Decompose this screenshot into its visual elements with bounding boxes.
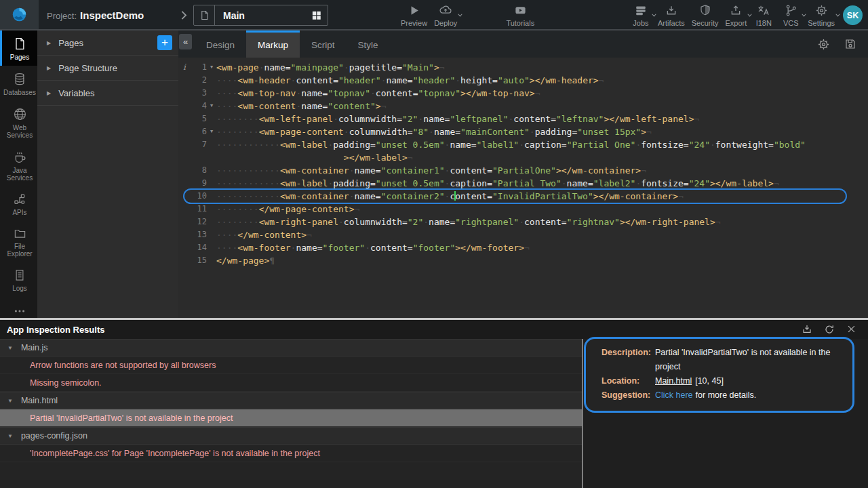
token-attr: name xyxy=(296,243,317,253)
token-tag: ></wm-top-nav> xyxy=(460,88,535,98)
token-attr: columnwidth xyxy=(349,127,408,137)
location-file-link[interactable]: Main.html xyxy=(655,374,692,388)
add-page-button[interactable]: + xyxy=(157,35,172,50)
token-val: "container2" xyxy=(381,191,445,201)
code-text: ····<wm-footer·name="footer"·content="fo… xyxy=(216,241,868,254)
topbar-action-security[interactable]: Security xyxy=(688,3,722,27)
equals-sign: = xyxy=(285,62,291,73)
download-report-icon[interactable] xyxy=(802,324,812,335)
fold-toggle-icon[interactable]: ▼ xyxy=(207,125,216,138)
whitespace-dots: ···· xyxy=(216,101,237,111)
token-val: "topnav" xyxy=(418,88,460,98)
tab-script[interactable]: Script xyxy=(300,30,347,58)
equals-sign: = xyxy=(588,178,593,188)
line-number: 3 xyxy=(191,87,207,100)
gutter-info-col xyxy=(178,254,191,267)
topbar-action-export[interactable]: Export xyxy=(722,3,750,27)
token-val: "label1" xyxy=(477,140,519,150)
tab-design[interactable]: Design xyxy=(195,30,246,58)
fold-toggle-icon[interactable]: ▼ xyxy=(207,61,216,74)
collapse-panel-button[interactable]: « xyxy=(179,34,192,49)
code-line: 13····</wm-content>¬ xyxy=(178,228,868,241)
whitespace-dot: · xyxy=(333,114,338,124)
refresh-icon[interactable] xyxy=(824,324,835,335)
user-avatar[interactable]: SK xyxy=(843,5,863,25)
whitespace-dots: ············ xyxy=(216,178,280,188)
description-label: Description: xyxy=(601,346,655,374)
token-val: "bold" xyxy=(774,140,806,150)
sidebar-item-java-services[interactable]: Java Services xyxy=(0,144,37,186)
line-number: 7 xyxy=(191,138,207,151)
branch-icon xyxy=(785,3,797,17)
suggestion-link[interactable]: Click here xyxy=(655,388,693,403)
token-attr: caption xyxy=(450,178,487,188)
grid-view-icon[interactable] xyxy=(311,10,321,20)
inspection-group-pages-config.json[interactable]: ▼pages-config.json xyxy=(0,427,582,445)
more-icon xyxy=(13,308,26,314)
whitespace-dots: ········ xyxy=(216,127,259,137)
fold-toggle-icon[interactable]: ▼ xyxy=(207,100,216,113)
topbar-action-vcs[interactable]: VCS xyxy=(777,3,804,27)
inspection-error-row[interactable]: 'IncompletePage.css' for Page 'Incomplet… xyxy=(0,445,582,462)
current-page-name: Main xyxy=(215,10,311,21)
inspection-group-Main.js[interactable]: ▼Main.js xyxy=(0,339,582,357)
line-number: 5 xyxy=(191,113,207,125)
inspection-error-row[interactable]: Partial 'InvalidPartialTwo' is not avail… xyxy=(0,409,582,427)
sidebar-item-logs[interactable]: Logs xyxy=(0,262,37,297)
topbar-action-preview[interactable]: Preview xyxy=(397,3,431,27)
whitespace-dot: · xyxy=(370,88,376,98)
gutter-fold-col xyxy=(207,203,216,216)
token-attr: columnwidth xyxy=(338,114,397,124)
topbar-action-tutorials[interactable]: Tutorials xyxy=(502,3,538,27)
sidebar-item-apis[interactable]: APIs xyxy=(0,186,37,221)
token-val: "auto" xyxy=(498,75,530,85)
code-line: 4▼····<wm-content·name="content">¬ xyxy=(178,100,868,113)
explorer-section-pages[interactable]: ▶Pages+ xyxy=(37,30,178,56)
token-tag: <wm-container xyxy=(280,165,349,176)
inspection-error-row[interactable]: Missing semicolon. xyxy=(0,374,582,392)
tab-style[interactable]: Style xyxy=(347,30,390,58)
code-text: ····<wm-top-nav·name="topnav"·content="t… xyxy=(216,87,868,100)
tooltip-description-row: Description: Partial 'InvalidPartialTwo'… xyxy=(601,346,852,374)
token-tag: ></wm-footer> xyxy=(455,243,524,253)
token-val: "Partial Two" xyxy=(492,178,561,188)
sidebar-item-more[interactable] xyxy=(0,302,37,319)
inspection-error-row[interactable]: Arrow functions are not supported by all… xyxy=(0,357,582,374)
topbar-action-i18n[interactable]: I18N xyxy=(750,3,777,27)
editor-panel: « DesignMarkupScriptStyle i1▼<wm-page·na… xyxy=(178,30,868,318)
eol-marker: ¬ xyxy=(646,127,652,137)
sidebar-item-pages[interactable]: Pages xyxy=(0,30,37,66)
topbar-action-artifacts[interactable]: Artifacts xyxy=(654,3,688,27)
sidebar-item-web-services[interactable]: Web Services xyxy=(0,101,37,144)
page-selector[interactable]: Main xyxy=(193,5,328,26)
sidebar-item-file-explorer[interactable]: File Explorer xyxy=(0,221,37,262)
page-icon xyxy=(13,37,26,51)
collapse-icon: « xyxy=(183,37,188,47)
app-logo[interactable] xyxy=(0,0,39,29)
equals-sign: = xyxy=(561,217,567,227)
explorer-section-page-structure[interactable]: ▶Page Structure xyxy=(37,56,178,81)
inspection-group-Main.html[interactable]: ▼Main.html xyxy=(0,392,582,409)
topbar-action-deploy[interactable]: Deploy xyxy=(431,3,460,27)
cloud-upload-icon xyxy=(438,3,453,17)
equals-sign: = xyxy=(376,191,381,201)
tab-markup[interactable]: Markup xyxy=(246,30,300,58)
sidebar-item-databases[interactable]: Databases xyxy=(0,66,37,101)
topbar-center-actions: PreviewDeployTutorials xyxy=(397,3,538,27)
gutter-fold-col xyxy=(207,216,216,228)
code-text: ············<wm-label·padding="unset 0.5… xyxy=(216,177,868,190)
caret-down-icon: ▼ xyxy=(7,433,13,439)
markup-code-editor[interactable]: i1▼<wm-page·name="mainpage"·pagetitle="M… xyxy=(178,58,868,318)
token-tag: <wm-left-panel xyxy=(259,114,334,124)
explorer-section-variables[interactable]: ▶Variables xyxy=(37,81,178,106)
whitespace-dot: · xyxy=(561,178,567,188)
chevron-down-icon xyxy=(457,13,463,18)
token-tag: ></wm-right-panel> xyxy=(620,217,715,227)
save-icon[interactable] xyxy=(844,38,856,50)
markup-settings-gear-icon[interactable] xyxy=(817,38,830,51)
close-icon[interactable] xyxy=(846,324,856,335)
inspection-group-filename: Main.js xyxy=(21,343,48,352)
topbar-action-settings[interactable]: Settings xyxy=(804,3,838,27)
topbar-action-jobs[interactable]: Jobs xyxy=(627,3,654,27)
chevron-right-icon[interactable] xyxy=(178,8,189,22)
